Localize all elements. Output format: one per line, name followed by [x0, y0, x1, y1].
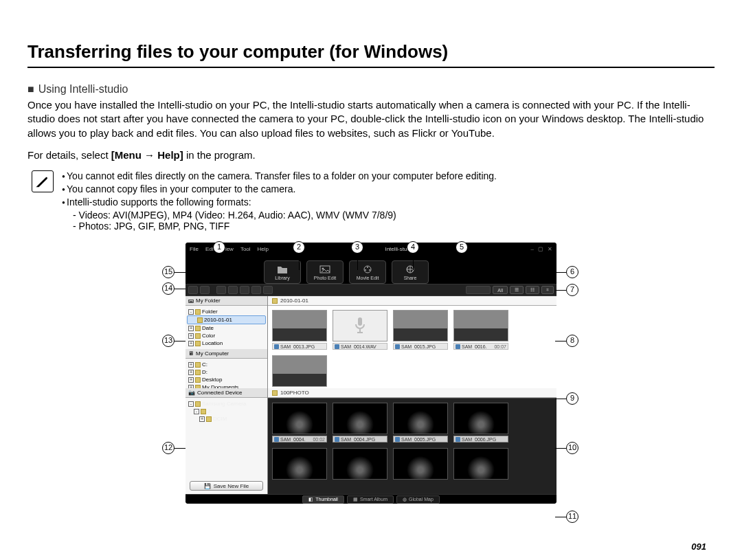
- callout-3: 3: [351, 241, 363, 254]
- filter-view[interactable]: ⌗: [541, 286, 554, 294]
- expand-icon[interactable]: +: [188, 333, 194, 339]
- tool-button[interactable]: [251, 286, 261, 294]
- window-titlebar: File Edit View Tool Help Intelli-studio …: [186, 243, 556, 255]
- tree-node[interactable]: +D:: [187, 368, 266, 376]
- image-thumb: [272, 448, 327, 480]
- thumb-label: SAM_0014.WAV: [333, 343, 387, 350]
- note-box: You cannot edit files directly on the ca…: [32, 170, 715, 232]
- folder-icon: [277, 265, 288, 274]
- tree-node[interactable]: -Samsung Camera: [187, 400, 266, 407]
- mode-share[interactable]: Share: [392, 260, 429, 284]
- tab-smart-album[interactable]: ▦ Smart Album: [347, 495, 394, 504]
- tree-node[interactable]: -J:: [187, 407, 266, 415]
- expand-icon[interactable]: -: [188, 401, 194, 407]
- menu-help[interactable]: Help: [258, 246, 269, 252]
- connected-device-header: 📷 Connected Device: [186, 388, 267, 398]
- expand-icon[interactable]: +: [199, 416, 205, 422]
- nav-back-button[interactable]: [188, 286, 198, 294]
- save-new-file-button[interactable]: 💾 Save New File: [190, 481, 263, 491]
- breadcrumb-bottom[interactable]: 100PHOTO: [268, 388, 556, 398]
- thumbnail[interactable]: SAM_0006.JPG: [453, 403, 508, 443]
- tree-node[interactable]: +DCIM: [187, 415, 266, 423]
- photo-icon: [319, 265, 330, 274]
- image-file-icon: [395, 344, 400, 349]
- minimize-icon[interactable]: –: [531, 246, 534, 252]
- thumb-label: SAM_0005.JPG: [393, 436, 448, 443]
- tool-button[interactable]: [240, 286, 249, 294]
- nav-forward-button[interactable]: [200, 286, 210, 294]
- tool-button[interactable]: [263, 286, 273, 294]
- mode-photo-edit[interactable]: Photo Edit: [306, 260, 344, 284]
- callout-14: 14: [162, 282, 175, 295]
- image-thumb: [333, 448, 387, 480]
- tool-button[interactable]: [228, 286, 238, 294]
- tree-node[interactable]: -Folder: [187, 308, 266, 315]
- thumbnail[interactable]: [333, 448, 387, 480]
- audio-thumb: [333, 310, 387, 341]
- expand-icon[interactable]: +: [188, 370, 194, 375]
- zoom-slider[interactable]: [466, 286, 491, 294]
- thumb-label: SAM_0004.00:02: [272, 436, 327, 443]
- image-thumb: [333, 403, 387, 434]
- thumbnail[interactable]: SAM_0005.JPG: [393, 403, 448, 443]
- filter-all[interactable]: All: [493, 286, 508, 294]
- expand-icon[interactable]: +: [188, 326, 194, 331]
- menu-file[interactable]: File: [190, 246, 199, 252]
- thumbnail-grid-bottom[interactable]: SAM_0004.00:02SAM_0004.JPGSAM_0005.JPGSA…: [268, 398, 556, 494]
- myfolder-header: 🖴 My Folder: [186, 296, 267, 306]
- tree-node[interactable]: 2010-01-01: [187, 315, 266, 324]
- footer-tabbar: ◧ Thumbnail ▦ Smart Album ◍ Global Map: [186, 494, 556, 504]
- tree-label: 2010-01-01: [204, 317, 232, 323]
- mode-movie-edit[interactable]: Movie Edit: [349, 260, 386, 284]
- image-thumb: [272, 310, 327, 341]
- thumbnail[interactable]: SAM_0004.JPG: [333, 403, 387, 443]
- thumbnail[interactable]: [453, 448, 508, 480]
- thumbnail[interactable]: SAM_0014.WAV: [333, 310, 387, 350]
- video-thumb: [272, 403, 327, 434]
- thumbnail[interactable]: SAM_0015.JPG: [393, 310, 448, 350]
- callout-15: 15: [162, 266, 175, 278]
- thumbnail[interactable]: [272, 355, 327, 387]
- image-thumb: [393, 310, 448, 341]
- tree-node[interactable]: +Color: [187, 332, 266, 339]
- expand-icon[interactable]: +: [188, 362, 194, 368]
- tree-label: D:: [202, 369, 207, 375]
- image-thumb: [453, 403, 508, 434]
- breadcrumb-top[interactable]: 2010-01-01: [268, 296, 556, 306]
- thumbnail[interactable]: [393, 448, 448, 480]
- filter-view[interactable]: ☰: [510, 286, 524, 294]
- save-icon: 💾: [204, 483, 211, 489]
- tree-node[interactable]: +Date: [187, 324, 266, 332]
- tool-button[interactable]: [216, 286, 226, 294]
- folder-icon: [195, 309, 201, 315]
- thumb-label: SAM_0006.JPG: [453, 436, 508, 443]
- expand-icon[interactable]: +: [188, 377, 194, 383]
- mode-library[interactable]: Library: [264, 260, 301, 284]
- close-icon[interactable]: ✕: [548, 246, 552, 252]
- tree-node[interactable]: +Desktop: [187, 376, 266, 383]
- thumbnail[interactable]: SAM_0016.00:07: [453, 310, 508, 350]
- app-diagram: 1 2 3 4 5 6 7 8 9 10 11 15 14 13 12: [158, 243, 584, 504]
- tab-thumbnail[interactable]: ◧ Thumbnail: [302, 495, 344, 504]
- folder-tree[interactable]: -Folder2010-01-01+Date+Color+Location: [186, 306, 267, 349]
- tree-node[interactable]: +C:: [187, 361, 266, 368]
- device-tree[interactable]: -Samsung Camera-J:+DCIM: [186, 398, 267, 425]
- tab-global-map[interactable]: ◍ Global Map: [396, 495, 440, 504]
- note-subitem: - Photos: JPG, GIF, BMP, PNG, TIFF: [62, 221, 497, 232]
- menu-tool[interactable]: Tool: [240, 246, 251, 252]
- tree-node[interactable]: +Location: [187, 339, 266, 347]
- tree-label: C:: [202, 361, 207, 368]
- expand-icon[interactable]: -: [194, 409, 199, 414]
- secondary-toolbar: All ☰ ☷ ⌗: [186, 284, 556, 296]
- image-file-icon: [456, 437, 460, 442]
- filter-view[interactable]: ☷: [526, 286, 539, 294]
- folder-icon: [206, 416, 212, 422]
- expand-icon[interactable]: -: [188, 309, 194, 315]
- maximize-icon[interactable]: ▢: [538, 246, 543, 252]
- thumbnail[interactable]: SAM_0004.00:02: [272, 403, 327, 443]
- callout-7: 7: [566, 284, 578, 296]
- expand-icon[interactable]: +: [188, 341, 194, 346]
- thumbnail[interactable]: SAM_0013.JPG: [272, 310, 327, 350]
- note-item: Intelli-studio supports the following fo…: [62, 197, 497, 208]
- thumbnail[interactable]: [272, 448, 327, 480]
